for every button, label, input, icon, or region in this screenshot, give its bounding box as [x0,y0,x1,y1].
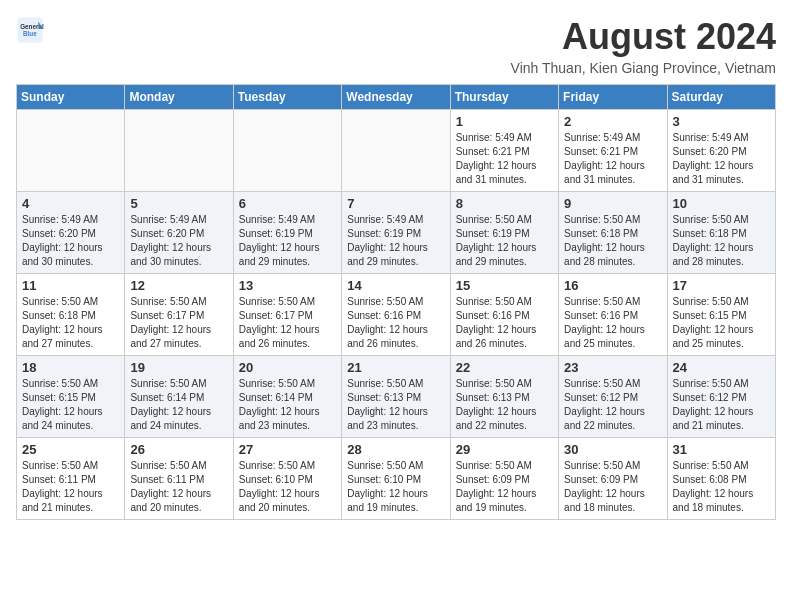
day-info: Sunrise: 5:49 AM Sunset: 6:19 PM Dayligh… [239,213,336,269]
day-info: Sunrise: 5:50 AM Sunset: 6:18 PM Dayligh… [564,213,661,269]
table-row: 23Sunrise: 5:50 AM Sunset: 6:12 PM Dayli… [559,356,667,438]
table-row: 7Sunrise: 5:49 AM Sunset: 6:19 PM Daylig… [342,192,450,274]
logo-icon: General Blue [16,16,44,44]
table-row: 17Sunrise: 5:50 AM Sunset: 6:15 PM Dayli… [667,274,775,356]
day-info: Sunrise: 5:50 AM Sunset: 6:17 PM Dayligh… [130,295,227,351]
table-row: 3Sunrise: 5:49 AM Sunset: 6:20 PM Daylig… [667,110,775,192]
day-info: Sunrise: 5:50 AM Sunset: 6:19 PM Dayligh… [456,213,553,269]
day-number: 26 [130,442,227,457]
day-number: 20 [239,360,336,375]
col-sunday: Sunday [17,85,125,110]
table-row: 27Sunrise: 5:50 AM Sunset: 6:10 PM Dayli… [233,438,341,520]
calendar-week-row: 11Sunrise: 5:50 AM Sunset: 6:18 PM Dayli… [17,274,776,356]
col-friday: Friday [559,85,667,110]
day-number: 21 [347,360,444,375]
calendar-table: Sunday Monday Tuesday Wednesday Thursday… [16,84,776,520]
day-info: Sunrise: 5:50 AM Sunset: 6:16 PM Dayligh… [456,295,553,351]
table-row: 19Sunrise: 5:50 AM Sunset: 6:14 PM Dayli… [125,356,233,438]
day-number: 9 [564,196,661,211]
table-row [17,110,125,192]
col-thursday: Thursday [450,85,558,110]
table-row: 16Sunrise: 5:50 AM Sunset: 6:16 PM Dayli… [559,274,667,356]
day-info: Sunrise: 5:50 AM Sunset: 6:10 PM Dayligh… [347,459,444,515]
day-number: 30 [564,442,661,457]
day-info: Sunrise: 5:50 AM Sunset: 6:13 PM Dayligh… [456,377,553,433]
month-year: August 2024 [511,16,776,58]
day-number: 2 [564,114,661,129]
day-info: Sunrise: 5:50 AM Sunset: 6:11 PM Dayligh… [22,459,119,515]
calendar-week-row: 4Sunrise: 5:49 AM Sunset: 6:20 PM Daylig… [17,192,776,274]
day-info: Sunrise: 5:50 AM Sunset: 6:18 PM Dayligh… [673,213,770,269]
day-number: 5 [130,196,227,211]
day-number: 1 [456,114,553,129]
day-number: 13 [239,278,336,293]
table-row: 9Sunrise: 5:50 AM Sunset: 6:18 PM Daylig… [559,192,667,274]
table-row: 11Sunrise: 5:50 AM Sunset: 6:18 PM Dayli… [17,274,125,356]
table-row: 31Sunrise: 5:50 AM Sunset: 6:08 PM Dayli… [667,438,775,520]
col-monday: Monday [125,85,233,110]
table-row [342,110,450,192]
day-number: 31 [673,442,770,457]
table-row: 5Sunrise: 5:49 AM Sunset: 6:20 PM Daylig… [125,192,233,274]
day-number: 18 [22,360,119,375]
day-info: Sunrise: 5:50 AM Sunset: 6:15 PM Dayligh… [673,295,770,351]
day-number: 29 [456,442,553,457]
day-info: Sunrise: 5:49 AM Sunset: 6:20 PM Dayligh… [130,213,227,269]
day-number: 27 [239,442,336,457]
table-row: 18Sunrise: 5:50 AM Sunset: 6:15 PM Dayli… [17,356,125,438]
col-saturday: Saturday [667,85,775,110]
day-number: 25 [22,442,119,457]
day-info: Sunrise: 5:50 AM Sunset: 6:13 PM Dayligh… [347,377,444,433]
day-info: Sunrise: 5:50 AM Sunset: 6:15 PM Dayligh… [22,377,119,433]
day-number: 8 [456,196,553,211]
table-row: 15Sunrise: 5:50 AM Sunset: 6:16 PM Dayli… [450,274,558,356]
table-row: 21Sunrise: 5:50 AM Sunset: 6:13 PM Dayli… [342,356,450,438]
day-number: 14 [347,278,444,293]
table-row [125,110,233,192]
table-row: 12Sunrise: 5:50 AM Sunset: 6:17 PM Dayli… [125,274,233,356]
day-info: Sunrise: 5:50 AM Sunset: 6:14 PM Dayligh… [239,377,336,433]
day-info: Sunrise: 5:50 AM Sunset: 6:18 PM Dayligh… [22,295,119,351]
table-row [233,110,341,192]
table-row: 13Sunrise: 5:50 AM Sunset: 6:17 PM Dayli… [233,274,341,356]
day-info: Sunrise: 5:50 AM Sunset: 6:12 PM Dayligh… [673,377,770,433]
day-info: Sunrise: 5:50 AM Sunset: 6:10 PM Dayligh… [239,459,336,515]
location: Vinh Thuan, Kien Giang Province, Vietnam [511,60,776,76]
day-number: 28 [347,442,444,457]
day-number: 23 [564,360,661,375]
day-number: 10 [673,196,770,211]
svg-text:Blue: Blue [23,30,37,37]
day-info: Sunrise: 5:49 AM Sunset: 6:21 PM Dayligh… [564,131,661,187]
table-row: 14Sunrise: 5:50 AM Sunset: 6:16 PM Dayli… [342,274,450,356]
calendar-week-row: 25Sunrise: 5:50 AM Sunset: 6:11 PM Dayli… [17,438,776,520]
day-info: Sunrise: 5:50 AM Sunset: 6:08 PM Dayligh… [673,459,770,515]
page-header: General Blue August 2024 Vinh Thuan, Kie… [16,16,776,76]
table-row: 24Sunrise: 5:50 AM Sunset: 6:12 PM Dayli… [667,356,775,438]
table-row: 22Sunrise: 5:50 AM Sunset: 6:13 PM Dayli… [450,356,558,438]
day-info: Sunrise: 5:50 AM Sunset: 6:09 PM Dayligh… [564,459,661,515]
day-number: 24 [673,360,770,375]
day-info: Sunrise: 5:50 AM Sunset: 6:16 PM Dayligh… [564,295,661,351]
table-row: 10Sunrise: 5:50 AM Sunset: 6:18 PM Dayli… [667,192,775,274]
day-number: 7 [347,196,444,211]
day-info: Sunrise: 5:49 AM Sunset: 6:19 PM Dayligh… [347,213,444,269]
table-row: 2Sunrise: 5:49 AM Sunset: 6:21 PM Daylig… [559,110,667,192]
table-row: 25Sunrise: 5:50 AM Sunset: 6:11 PM Dayli… [17,438,125,520]
table-row: 26Sunrise: 5:50 AM Sunset: 6:11 PM Dayli… [125,438,233,520]
day-info: Sunrise: 5:50 AM Sunset: 6:14 PM Dayligh… [130,377,227,433]
day-info: Sunrise: 5:50 AM Sunset: 6:12 PM Dayligh… [564,377,661,433]
col-tuesday: Tuesday [233,85,341,110]
day-number: 19 [130,360,227,375]
day-info: Sunrise: 5:49 AM Sunset: 6:20 PM Dayligh… [673,131,770,187]
table-row: 4Sunrise: 5:49 AM Sunset: 6:20 PM Daylig… [17,192,125,274]
calendar-week-row: 18Sunrise: 5:50 AM Sunset: 6:15 PM Dayli… [17,356,776,438]
day-number: 22 [456,360,553,375]
day-number: 17 [673,278,770,293]
col-wednesday: Wednesday [342,85,450,110]
day-info: Sunrise: 5:50 AM Sunset: 6:17 PM Dayligh… [239,295,336,351]
day-number: 3 [673,114,770,129]
table-row: 8Sunrise: 5:50 AM Sunset: 6:19 PM Daylig… [450,192,558,274]
day-info: Sunrise: 5:50 AM Sunset: 6:11 PM Dayligh… [130,459,227,515]
day-info: Sunrise: 5:49 AM Sunset: 6:20 PM Dayligh… [22,213,119,269]
table-row: 28Sunrise: 5:50 AM Sunset: 6:10 PM Dayli… [342,438,450,520]
